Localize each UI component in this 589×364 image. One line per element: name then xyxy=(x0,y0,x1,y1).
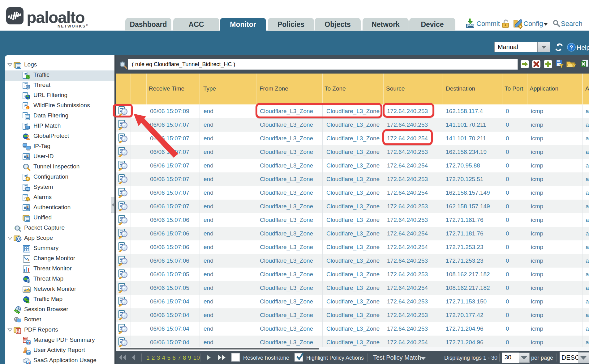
svg-text:x: x xyxy=(28,279,29,282)
svg-text:x: x xyxy=(27,85,29,89)
svg-text:PDF: PDF xyxy=(16,331,20,333)
svg-text:?: ? xyxy=(570,44,573,51)
